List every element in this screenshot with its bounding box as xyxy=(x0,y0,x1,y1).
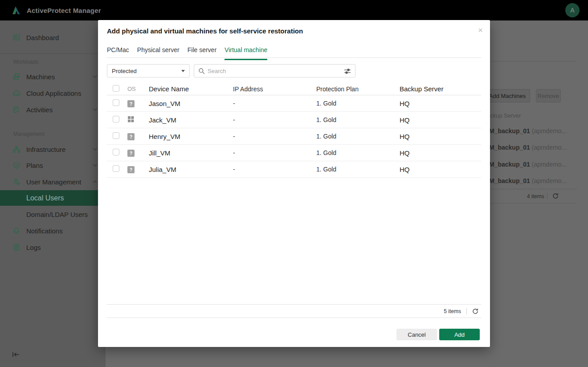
chevron-down-icon xyxy=(92,147,98,152)
sidebar-item-user-management[interactable]: User Management xyxy=(0,174,106,189)
column-ip-address: IP Address xyxy=(233,86,316,93)
status-filter-dropdown[interactable]: Protected xyxy=(107,64,190,77)
backup-server-column-header: ckup Server xyxy=(490,112,521,119)
sidebar-label: Cloud Applications xyxy=(26,90,81,97)
app-title: ActiveProtect Manager xyxy=(27,7,101,14)
unknown-os-icon: ? xyxy=(127,133,135,140)
column-device-name: Device Name xyxy=(149,85,233,93)
unknown-os-icon: ? xyxy=(127,150,135,157)
row-checkbox[interactable] xyxy=(113,132,119,139)
backup-server: HQ xyxy=(400,133,481,140)
sidebar-divider xyxy=(0,53,106,54)
sidebar-label: Logs xyxy=(26,244,41,251)
add-machines-button[interactable]: Add Machines xyxy=(485,89,530,102)
cloud-applications-icon xyxy=(12,89,20,97)
add-machines-modal: Add physical and virtual machines for se… xyxy=(98,20,490,347)
dashboard-icon xyxy=(12,33,20,41)
table-row[interactable]: ? Jill_VM - 1. Gold HQ xyxy=(107,145,481,161)
filter-sliders-icon[interactable] xyxy=(344,68,351,75)
collapse-sidebar-icon[interactable] xyxy=(12,351,21,359)
tab-virtual-machine[interactable]: Virtual machine xyxy=(225,46,267,60)
tab-physical-server[interactable]: Physical server xyxy=(137,46,180,60)
ip-address: - xyxy=(233,116,316,123)
backup-server: HQ xyxy=(400,149,481,157)
user-avatar[interactable]: A xyxy=(565,3,580,17)
chevron-down-icon xyxy=(92,107,98,112)
close-icon[interactable]: × xyxy=(478,26,483,34)
protection-plan: 1. Gold xyxy=(316,100,400,107)
sidebar-item-machines[interactable]: Machines xyxy=(0,69,106,84)
select-all-checkbox[interactable] xyxy=(113,85,119,92)
backup-server: HQ xyxy=(400,116,481,124)
table-header-row: OS Device Name IP Address Protection Pla… xyxy=(107,83,481,95)
backup-name: M_backup_01 xyxy=(489,177,530,184)
sidebar-label: Local Users xyxy=(26,194,64,202)
ip-address: - xyxy=(233,166,316,173)
sidebar-label: Infrastructure xyxy=(26,146,65,153)
sidebar-item-infrastructure[interactable]: Infrastructure xyxy=(0,142,106,157)
protection-plan: 1. Gold xyxy=(316,166,400,173)
refresh-icon[interactable] xyxy=(472,308,478,314)
search-icon xyxy=(198,68,205,74)
divider xyxy=(547,193,547,199)
row-checkbox[interactable] xyxy=(113,165,119,172)
chevron-up-icon xyxy=(92,179,98,184)
tab-file-server[interactable]: File server xyxy=(188,46,216,60)
sidebar-item-activities[interactable]: Activities xyxy=(0,102,106,117)
column-protection-plan: Protection Plan xyxy=(316,86,400,93)
column-backup-server: Backup Server xyxy=(400,85,481,93)
user-management-icon xyxy=(12,178,20,186)
sidebar-label: Plans xyxy=(26,162,43,169)
device-name: Jack_VM xyxy=(149,116,233,124)
table-row[interactable]: ? Jason_VM - 1. Gold HQ xyxy=(107,95,481,112)
ip-address: - xyxy=(233,100,316,107)
table-row[interactable]: Jack_VM - 1. Gold HQ xyxy=(107,112,481,128)
sidebar-label: Activities xyxy=(26,106,53,114)
table-row[interactable]: ? Julia_VM - 1. Gold HQ xyxy=(107,161,481,178)
modal-tabs: PC/Mac Physical server File server Virtu… xyxy=(107,46,267,60)
remove-button[interactable]: Remove xyxy=(536,89,561,102)
sidebar-item-logs[interactable]: Logs xyxy=(0,240,106,255)
items-count: 5 items xyxy=(444,308,461,314)
activeprotect-logo-icon xyxy=(12,6,21,15)
sidebar-item-domain-ldap-users[interactable]: Domain/LDAP Users xyxy=(0,207,106,222)
machines-table: OS Device Name IP Address Protection Pla… xyxy=(107,83,481,178)
add-button[interactable]: Add xyxy=(439,329,480,340)
device-name: Jason_VM xyxy=(149,100,233,107)
table-row[interactable]: ? Henry_VM - 1. Gold HQ xyxy=(107,128,481,145)
device-name: Julia_VM xyxy=(149,166,233,173)
search-input[interactable] xyxy=(208,65,341,77)
row-checkbox[interactable] xyxy=(113,116,119,122)
plans-shield-icon xyxy=(12,161,20,169)
device-name: Jill_VM xyxy=(149,149,233,157)
cancel-button[interactable]: Cancel xyxy=(396,329,437,340)
sidebar-item-cloud-applications[interactable]: Cloud Applications xyxy=(0,86,106,101)
backup-detail: (apmdemo... xyxy=(532,161,567,168)
sidebar-nav: Dashboard Workloads Machines Cloud Appli… xyxy=(0,20,106,367)
sidebar-item-plans[interactable]: Plans xyxy=(0,158,106,173)
bell-icon xyxy=(12,227,20,235)
search-box xyxy=(194,64,355,77)
table-row: M_backup_01 (apmdemo... xyxy=(489,161,567,168)
refresh-icon[interactable] xyxy=(552,193,559,199)
management-section-label: Management xyxy=(13,131,45,137)
unknown-os-icon: ? xyxy=(127,166,135,173)
sidebar-item-notifications[interactable]: Notifications xyxy=(0,223,106,238)
table-row: M_backup_01 (apmdemo... xyxy=(489,144,567,151)
modal-title: Add physical and virtual machines for se… xyxy=(107,27,303,35)
app-screen: ActiveProtect Manager A Dashboard Worklo… xyxy=(0,0,588,367)
sidebar-item-local-users[interactable]: Local Users xyxy=(0,190,106,206)
backup-detail: (apmdemo... xyxy=(532,127,567,135)
activities-icon xyxy=(12,106,20,114)
chevron-down-icon xyxy=(92,74,98,79)
backup-server: HQ xyxy=(400,166,481,173)
machines-icon xyxy=(12,73,20,81)
sidebar-item-dashboard[interactable]: Dashboard xyxy=(0,30,106,45)
row-checkbox[interactable] xyxy=(113,99,119,106)
sidebar-label: Machines xyxy=(26,73,55,81)
tab-pc-mac[interactable]: PC/Mac xyxy=(107,46,129,60)
row-checkbox[interactable] xyxy=(113,149,119,155)
windows-os-icon xyxy=(127,116,135,123)
backup-name: M_backup_01 xyxy=(489,161,530,168)
infrastructure-icon xyxy=(12,145,20,153)
